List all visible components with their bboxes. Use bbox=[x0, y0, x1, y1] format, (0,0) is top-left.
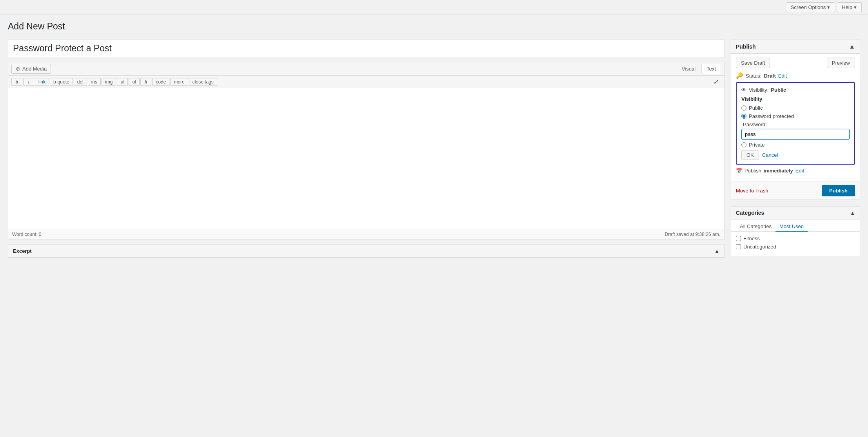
status-label: Status: bbox=[746, 73, 761, 79]
publish-immediately-edit-link[interactable]: Edit bbox=[795, 168, 804, 174]
visibility-icon: 👁 bbox=[741, 87, 746, 93]
li-button[interactable]: li bbox=[140, 78, 151, 86]
status-edit-link[interactable]: Edit bbox=[778, 73, 787, 79]
calendar-icon: 📅 bbox=[736, 168, 742, 174]
top-bar: Screen Options ▾ Help ▾ bbox=[0, 0, 868, 15]
main-layout: ⊕ Add Media Visual Text b i bbox=[8, 40, 860, 258]
uncategorized-checkbox[interactable] bbox=[736, 244, 741, 249]
password-label: Password: bbox=[743, 121, 850, 127]
excerpt-collapse-icon: ▲ bbox=[714, 248, 719, 254]
publish-box-title: Publish bbox=[736, 44, 756, 50]
visibility-public-option[interactable]: Public bbox=[741, 105, 850, 111]
add-media-button[interactable]: ⊕ Add Media bbox=[11, 64, 51, 74]
editor-textarea[interactable] bbox=[11, 91, 721, 225]
ol-button[interactable]: ol bbox=[129, 78, 140, 86]
visibility-label: Visibility: bbox=[749, 87, 768, 93]
list-item[interactable]: Fitness bbox=[736, 236, 855, 241]
post-title-input[interactable] bbox=[8, 40, 725, 57]
excerpt-title: Excerpt bbox=[13, 248, 32, 254]
publish-button[interactable]: Publish bbox=[822, 185, 855, 196]
help-chevron-icon: ▾ bbox=[854, 4, 857, 10]
draft-saved: Draft saved at 9:38:26 am. bbox=[665, 232, 720, 237]
list-item[interactable]: Uncategorized bbox=[736, 244, 855, 250]
editor-tabs: Visual Text bbox=[677, 64, 721, 74]
categories-box-title: Categories bbox=[736, 210, 764, 216]
categories-list: Fitness Uncategorized bbox=[731, 232, 860, 256]
content-area: ⊕ Add Media Visual Text b i bbox=[8, 40, 725, 258]
text-tab[interactable]: Text bbox=[701, 64, 721, 74]
help-button[interactable]: Help ▾ bbox=[837, 2, 862, 12]
visibility-password-radio[interactable] bbox=[741, 114, 746, 119]
visual-tab[interactable]: Visual bbox=[677, 64, 701, 74]
visibility-popup-title: Visibility bbox=[741, 96, 850, 102]
preview-button[interactable]: Preview bbox=[827, 58, 855, 68]
screen-options-label: Screen Options bbox=[791, 4, 826, 10]
key-icon: 🔑 bbox=[736, 72, 743, 79]
close-tags-button[interactable]: close tags bbox=[189, 78, 217, 86]
editor-wrap: ⊕ Add Media Visual Text b i bbox=[8, 62, 725, 240]
categories-box-header: Categories ▲ bbox=[731, 207, 860, 219]
ok-button[interactable]: OK bbox=[741, 150, 759, 160]
code-button[interactable]: code bbox=[152, 78, 169, 86]
editor-toolbar-row1: ⊕ Add Media Visual Text bbox=[8, 62, 724, 76]
publish-footer: Move to Trash Publish bbox=[731, 181, 860, 199]
move-to-trash-link[interactable]: Move to Trash bbox=[736, 188, 768, 194]
publish-collapse-icon: ▲ bbox=[849, 43, 855, 50]
visibility-footer: OK Cancel bbox=[741, 150, 850, 160]
del-button[interactable]: del bbox=[74, 78, 87, 86]
publish-immediately-label: Publish bbox=[745, 168, 761, 174]
img-button[interactable]: img bbox=[102, 78, 116, 86]
categories-box: Categories ▲ All Categories Most Used Fi… bbox=[731, 206, 860, 256]
more-button[interactable]: more bbox=[170, 78, 188, 86]
excerpt-header[interactable]: Excerpt ▲ bbox=[8, 245, 724, 257]
fitness-label: Fitness bbox=[743, 236, 760, 241]
publish-immediately-row: 📅 Publish immediately Edit bbox=[736, 168, 855, 174]
ins-button[interactable]: ins bbox=[88, 78, 101, 86]
visibility-private-radio[interactable] bbox=[741, 142, 746, 147]
word-count: Word count: 0 bbox=[12, 232, 41, 237]
bquote-button[interactable]: b-quote bbox=[50, 78, 73, 86]
excerpt-section: Excerpt ▲ bbox=[8, 245, 725, 258]
link-button[interactable]: link bbox=[35, 78, 49, 86]
cancel-link[interactable]: Cancel bbox=[762, 152, 778, 158]
add-media-label: Add Media bbox=[22, 66, 47, 72]
save-draft-button[interactable]: Save Draft bbox=[736, 58, 770, 68]
visibility-value: Public bbox=[771, 87, 786, 93]
categories-collapse-icon: ▲ bbox=[850, 210, 855, 216]
screen-options-button[interactable]: Screen Options ▾ bbox=[786, 2, 835, 12]
italic-button[interactable]: i bbox=[23, 78, 34, 86]
editor-body[interactable] bbox=[8, 88, 724, 229]
publish-box-body: Save Draft Preview 🔑 Status: Draft Edit bbox=[731, 54, 860, 181]
help-label: Help bbox=[842, 4, 852, 10]
screen-options-chevron-icon: ▾ bbox=[827, 4, 830, 10]
most-used-tab[interactable]: Most Used bbox=[775, 222, 808, 232]
uncategorized-label: Uncategorized bbox=[743, 244, 776, 250]
sidebar: Publish ▲ Save Draft Preview bbox=[731, 40, 860, 256]
fitness-checkbox[interactable] bbox=[736, 236, 741, 241]
status-value: Draft bbox=[764, 73, 775, 79]
ul-button[interactable]: ul bbox=[117, 78, 128, 86]
visibility-password-option[interactable]: Password protected bbox=[741, 113, 850, 119]
editor-status-bar: Word count: 0 Draft saved at 9:38:26 am. bbox=[8, 229, 724, 239]
expand-button[interactable]: ⤢ bbox=[711, 77, 721, 86]
add-media-icon: ⊕ bbox=[16, 66, 20, 72]
password-input[interactable] bbox=[741, 129, 850, 140]
all-categories-tab[interactable]: All Categories bbox=[736, 222, 775, 232]
page-title: Add New Post bbox=[8, 21, 860, 32]
bold-button[interactable]: b bbox=[11, 78, 22, 86]
categories-tabs: All Categories Most Used bbox=[731, 219, 860, 232]
visibility-public-radio[interactable] bbox=[741, 105, 746, 111]
status-row: 🔑 Status: Draft Edit bbox=[736, 72, 855, 79]
publish-box-header: Publish ▲ bbox=[731, 40, 860, 54]
publish-actions: Save Draft Preview bbox=[736, 58, 855, 68]
publish-immediately-value: immediately bbox=[764, 168, 793, 174]
visibility-popup: 👁 Visibility: Public Visibility Public P… bbox=[736, 82, 855, 165]
publish-box: Publish ▲ Save Draft Preview bbox=[731, 40, 860, 200]
format-bar: b i link b-quote del ins img ul ol li co… bbox=[8, 76, 724, 88]
page-wrap: Add New Post ⊕ Add Media Visual bbox=[0, 15, 868, 264]
visibility-private-option[interactable]: Private bbox=[741, 142, 850, 148]
